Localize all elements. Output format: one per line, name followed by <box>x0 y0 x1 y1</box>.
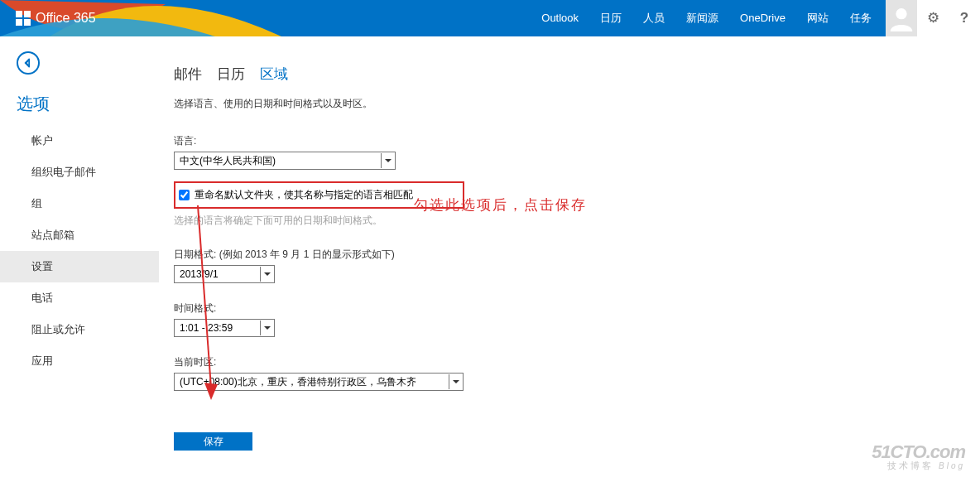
time-format-select[interactable]: 1:01 - 23:59 <box>174 319 275 337</box>
sidebar-item-account[interactable]: 帐户 <box>0 125 159 157</box>
nav-sites[interactable]: 网站 <box>796 0 839 36</box>
timezone-label: 当前时区: <box>174 355 980 369</box>
main-content: 邮件 日历 区域 选择语言、使用的日期和时间格式以及时区。 语言: 中文(中华人… <box>159 36 980 451</box>
nav-tasks[interactable]: 任务 <box>839 0 882 36</box>
language-label: 语言: <box>174 134 980 148</box>
watermark-line2: 技术博客 <box>887 461 934 470</box>
timezone-value: (UTC+08:00)北京，重庆，香港特别行政区，乌鲁木齐 <box>180 375 416 389</box>
nav-newsfeed[interactable]: 新闻源 <box>675 0 729 36</box>
watermark-line1: 51CTO.com <box>872 443 965 461</box>
timezone-select[interactable]: (UTC+08:00)北京，重庆，香港特别行政区，乌鲁木齐 <box>174 373 464 391</box>
nav-outlook[interactable]: Outlook <box>531 0 589 36</box>
page-description: 选择语言、使用的日期和时间格式以及时区。 <box>174 97 980 111</box>
tab-region[interactable]: 区域 <box>260 65 288 84</box>
language-value: 中文(中华人民共和国) <box>180 154 276 168</box>
sidebar-item-apps[interactable]: 应用 <box>0 345 159 377</box>
settings-tabs: 邮件 日历 区域 <box>174 65 980 84</box>
watermark-line3: Blog <box>939 462 965 470</box>
office-grid-icon <box>16 11 31 26</box>
back-button[interactable] <box>17 51 40 75</box>
brand-logo[interactable]: Office 365 <box>16 11 96 26</box>
chevron-down-icon <box>449 374 462 389</box>
sidebar-item-phone[interactable]: 电话 <box>0 282 159 314</box>
chevron-down-icon <box>260 267 273 282</box>
tab-mail[interactable]: 邮件 <box>174 65 202 84</box>
time-format-label: 时间格式: <box>174 301 980 316</box>
top-nav: Outlook 日历 人员 新闻源 OneDrive 网站 任务 ⚙ ? <box>531 0 980 36</box>
time-format-value: 1:01 - 23:59 <box>180 322 233 334</box>
date-format-select[interactable]: 2013/9/1 <box>174 265 275 283</box>
sidebar-title: 选项 <box>17 93 159 115</box>
sidebar: 选项 帐户 组织电子邮件 组 站点邮箱 设置 电话 阻止或允许 应用 <box>0 36 159 451</box>
annotation-text: 勾选此选项后，点击保存 <box>414 195 587 214</box>
sidebar-item-orgmail[interactable]: 组织电子邮件 <box>0 157 159 188</box>
language-select[interactable]: 中文(中华人民共和国) <box>174 152 396 170</box>
sidebar-item-groups[interactable]: 组 <box>0 188 159 219</box>
chevron-down-icon <box>381 153 394 168</box>
sidebar-item-block[interactable]: 阻止或允许 <box>0 314 159 345</box>
rename-folders-checkbox[interactable] <box>179 190 190 200</box>
chevron-down-icon <box>260 321 273 335</box>
avatar[interactable] <box>886 0 917 36</box>
nav-people[interactable]: 人员 <box>632 0 675 36</box>
sidebar-item-sitemailbox[interactable]: 站点邮箱 <box>0 219 159 251</box>
brand-text: Office 365 <box>36 11 96 26</box>
sidebar-item-settings[interactable]: 设置 <box>0 251 159 282</box>
language-hint: 选择的语言将确定下面可用的日期和时间格式。 <box>174 214 980 228</box>
tab-calendar[interactable]: 日历 <box>217 65 245 84</box>
help-icon[interactable]: ? <box>949 0 980 36</box>
top-bar: Office 365 Outlook 日历 人员 新闻源 OneDrive 网站… <box>0 0 980 36</box>
watermark: 51CTO.com 技术博客 Blog <box>872 443 965 470</box>
rename-folders-label: 重命名默认文件夹，使其名称与指定的语言相匹配 <box>195 188 413 202</box>
date-format-label: 日期格式: (例如 2013 年 9 月 1 日的显示形式如下) <box>174 248 980 262</box>
date-format-value: 2013/9/1 <box>180 268 219 280</box>
svg-point-0 <box>896 8 906 19</box>
gear-icon[interactable]: ⚙ <box>917 0 949 36</box>
nav-calendar[interactable]: 日历 <box>589 0 632 36</box>
save-button[interactable]: 保存 <box>174 432 252 451</box>
nav-onedrive[interactable]: OneDrive <box>729 0 796 36</box>
